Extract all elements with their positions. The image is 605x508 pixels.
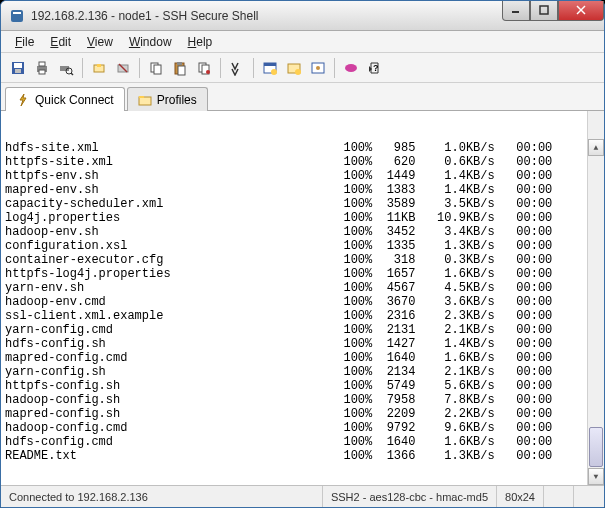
svg-rect-10 <box>39 62 45 66</box>
paste-button[interactable] <box>169 57 191 79</box>
new-terminal-button[interactable] <box>259 57 281 79</box>
new-file-transfer-button[interactable] <box>283 57 305 79</box>
find-button[interactable] <box>226 57 248 79</box>
svg-point-32 <box>316 66 320 70</box>
status-termsize: 80x24 <box>497 486 544 507</box>
svg-rect-11 <box>39 70 45 74</box>
tabbar: Quick Connect Profiles <box>1 83 604 111</box>
tab-label: Profiles <box>157 93 197 107</box>
svg-point-28 <box>271 69 277 75</box>
settings-button[interactable] <box>307 57 329 79</box>
terminal[interactable]: hdfs-site.xml 100% 985 1.0KB/s 00:00 htt… <box>1 111 604 485</box>
disconnect-button[interactable] <box>112 57 134 79</box>
status-connected: Connected to 192.168.2.136 <box>1 486 323 507</box>
toolbar: ? <box>1 53 604 83</box>
status-cipher: SSH2 - aes128-cbc - hmac-md5 <box>323 486 497 507</box>
status-pad1 <box>544 486 574 507</box>
svg-rect-19 <box>154 65 161 74</box>
svg-point-33 <box>345 64 357 72</box>
lightning-icon <box>16 93 30 107</box>
print-button[interactable] <box>31 57 53 79</box>
svg-rect-8 <box>15 69 21 73</box>
window-title: 192.168.2.136 - node1 - SSH Secure Shell <box>31 9 502 23</box>
menu-help[interactable]: Help <box>180 33 221 51</box>
close-button[interactable] <box>558 1 604 21</box>
svg-rect-3 <box>540 6 548 14</box>
menubar: File Edit View Window Help <box>1 31 604 53</box>
window-controls <box>502 1 604 21</box>
copy-button[interactable] <box>145 57 167 79</box>
log-button[interactable] <box>340 57 362 79</box>
statusbar: Connected to 192.168.2.136 SSH2 - aes128… <box>1 485 604 507</box>
svg-rect-35 <box>139 97 151 105</box>
scroll-down-button[interactable]: ▼ <box>588 468 604 485</box>
svg-rect-1 <box>13 12 21 14</box>
help-button[interactable]: ? <box>364 57 386 79</box>
toolbar-separator <box>139 58 140 78</box>
maximize-button[interactable] <box>530 1 558 21</box>
svg-point-30 <box>295 69 301 75</box>
tab-profiles[interactable]: Profiles <box>127 87 208 111</box>
minimize-button[interactable] <box>502 1 530 21</box>
app-icon <box>9 8 25 24</box>
svg-rect-36 <box>139 96 144 98</box>
save-button[interactable] <box>7 57 29 79</box>
svg-rect-0 <box>11 10 23 22</box>
scroll-thumb[interactable] <box>589 427 603 467</box>
toolbar-separator <box>334 58 335 78</box>
terminal-output: hdfs-site.xml 100% 985 1.0KB/s 00:00 htt… <box>5 141 600 463</box>
menu-window[interactable]: Window <box>121 33 180 51</box>
menu-edit[interactable]: Edit <box>42 33 79 51</box>
scrollbar[interactable]: ▲ ▼ <box>587 111 604 485</box>
toolbar-separator <box>253 58 254 78</box>
menu-view[interactable]: View <box>79 33 121 51</box>
app-window: 192.168.2.136 - node1 - SSH Secure Shell… <box>0 0 605 508</box>
print-preview-button[interactable] <box>55 57 77 79</box>
svg-line-14 <box>71 73 73 75</box>
svg-rect-22 <box>178 66 185 75</box>
menu-file[interactable]: File <box>7 33 42 51</box>
svg-point-25 <box>206 70 210 74</box>
scroll-up-button[interactable]: ▲ <box>588 139 604 156</box>
svg-rect-21 <box>177 62 182 65</box>
tab-quick-connect[interactable]: Quick Connect <box>5 87 125 111</box>
svg-text:?: ? <box>373 63 379 73</box>
titlebar[interactable]: 192.168.2.136 - node1 - SSH Secure Shell <box>1 1 604 31</box>
svg-rect-7 <box>14 63 22 68</box>
tab-label: Quick Connect <box>35 93 114 107</box>
connect-button[interactable] <box>88 57 110 79</box>
toolbar-separator <box>82 58 83 78</box>
folder-icon <box>138 93 152 107</box>
svg-rect-27 <box>264 63 276 66</box>
toolbar-separator <box>220 58 221 78</box>
cut-button[interactable] <box>193 57 215 79</box>
status-pad2 <box>574 486 604 507</box>
